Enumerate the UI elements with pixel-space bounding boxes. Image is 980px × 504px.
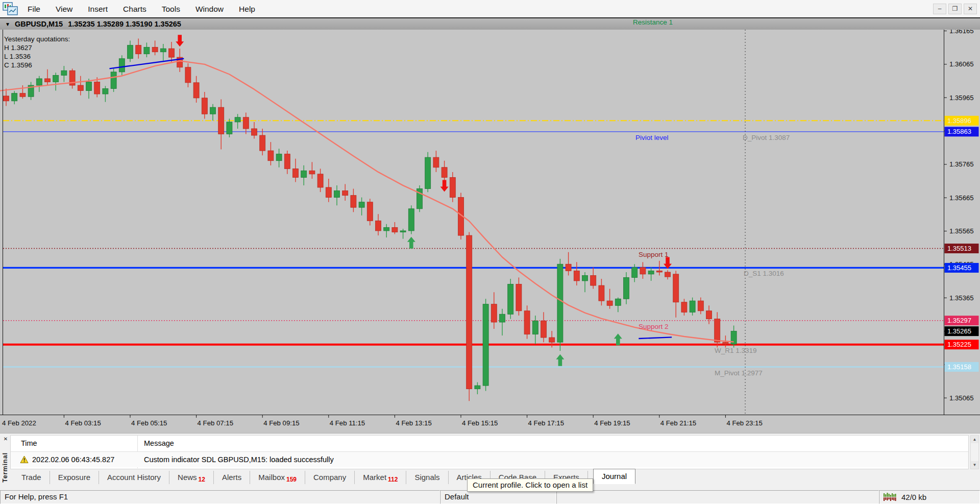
- note-high: H 1.3627: [4, 43, 70, 52]
- price-tick-label: 1.35965: [949, 94, 974, 102]
- price-tag-text: 1.35297: [947, 317, 971, 324]
- price-tag-text: 1.35896: [947, 117, 971, 125]
- chart-label: D_S1 1.3016: [744, 270, 784, 277]
- chart-symbol-period: GBPUSD,M15: [15, 20, 63, 28]
- time-axis: 4 Feb 20224 Feb 03:154 Feb 05:154 Feb 07…: [0, 415, 763, 427]
- ma-red-line: [0, 61, 734, 342]
- menu-window[interactable]: Window: [188, 1, 231, 17]
- menu-items: FileViewInsertChartsToolsWindowHelp: [20, 1, 263, 17]
- buy-arrow-icon: [556, 354, 564, 366]
- price-tag-text: 1.35455: [947, 264, 971, 272]
- traffic-counter: 42/0 kb: [901, 491, 926, 503]
- horizontal-lines: [3, 121, 944, 367]
- menu-tools[interactable]: Tools: [154, 1, 188, 17]
- buy-arrow-icon: [614, 333, 622, 345]
- price-tag-text: 1.35863: [947, 128, 971, 135]
- price-tag-text: 1.35513: [947, 245, 971, 252]
- price-tag-text: 1.35158: [947, 363, 971, 371]
- note-low: L 1.3536: [4, 52, 70, 61]
- price-chart[interactable]: Piviot levelD_Pivot 1.3087Support 1D_S1 …: [0, 30, 980, 433]
- chart-title-bar[interactable]: ▼ GBPUSD,M15 1.35235 1.35289 1.35190 1.3…: [0, 17, 980, 30]
- terminal-close-icon[interactable]: ✕: [2, 436, 9, 443]
- tab-company[interactable]: Company: [305, 471, 355, 484]
- journal-table-header: Time Message: [11, 436, 968, 452]
- journal-table: Time Message 2022.02.06 06:43:45.827 Cus…: [10, 435, 969, 469]
- price-tick-label: 1.36165: [949, 30, 974, 35]
- scroll-down-icon[interactable]: ▼: [971, 461, 978, 469]
- connection-status[interactable]: 42/0 kb: [879, 490, 980, 504]
- time-tick-label: 4 Feb 19:15: [594, 419, 630, 427]
- tab-badge: 159: [286, 476, 297, 483]
- tab-trade[interactable]: Trade: [13, 471, 50, 484]
- chart-label: Support 2: [639, 323, 669, 330]
- time-tick-label: 4 Feb 09:15: [263, 419, 299, 427]
- time-tick-label: 4 Feb 11:15: [330, 419, 365, 427]
- tab-market[interactable]: Market112: [355, 471, 406, 484]
- menu-insert[interactable]: Insert: [80, 1, 115, 17]
- price-tag-text: 1.35225: [947, 341, 971, 348]
- price-tick-label: 1.35365: [949, 294, 974, 302]
- time-tick-label: 4 Feb 07:15: [198, 419, 233, 427]
- price-tick-label: 1.36065: [949, 60, 974, 68]
- scroll-up-icon[interactable]: ▲: [971, 436, 978, 443]
- column-header-time[interactable]: Time: [21, 436, 37, 451]
- price-tick-label: 1.35665: [949, 194, 974, 202]
- tab-mailbox[interactable]: Mailbox159: [250, 471, 305, 484]
- table-row[interactable]: 2022.02.06 06:43:45.827 Custom indicator…: [11, 452, 968, 467]
- chevron-down-icon[interactable]: ▼: [5, 21, 10, 27]
- restore-button[interactable]: ❐: [948, 4, 962, 14]
- time-tick-label: 4 Feb 15:15: [462, 419, 498, 427]
- note-close: C 1.3596: [4, 61, 70, 69]
- tab-exposure[interactable]: Exposure: [50, 471, 99, 484]
- status-empty-cell: [556, 490, 879, 504]
- column-header-message[interactable]: Message: [144, 436, 174, 451]
- sell-arrow-icon: [440, 180, 449, 191]
- menu-bar: FileViewInsertChartsToolsWindowHelp –❐✕: [0, 0, 980, 18]
- chart-label: M_Pivot 1.2977: [715, 369, 763, 377]
- warning-icon: [20, 455, 29, 464]
- resistance-1-label: Resistance 1: [633, 18, 673, 26]
- menu-view[interactable]: View: [48, 1, 80, 17]
- chart-area[interactable]: Piviot levelD_Pivot 1.3087Support 1D_S1 …: [0, 30, 980, 433]
- tab-badge: 112: [388, 476, 398, 483]
- sell-arrow-icon: [176, 35, 184, 46]
- status-bar: For Help, press F1 Default 42/0 kb: [0, 490, 980, 504]
- menu-file[interactable]: File: [20, 1, 48, 17]
- log-timestamp: 2022.02.06 06:43:45.827: [32, 452, 114, 467]
- chart-ohlc-values: 1.35235 1.35289 1.35190 1.35265: [68, 20, 181, 28]
- menu-charts[interactable]: Charts: [115, 1, 154, 17]
- profile-selector[interactable]: Default: [440, 490, 556, 504]
- tab-news[interactable]: News12: [169, 471, 214, 484]
- time-tick-label: 4 Feb 05:15: [131, 419, 167, 427]
- time-tick-label: 4 Feb 03:15: [65, 419, 101, 427]
- price-tick-label: 1.35565: [949, 227, 974, 235]
- terminal-side-tab[interactable]: Terminal: [0, 444, 10, 491]
- buy-arrow-icon: [407, 237, 415, 249]
- tab-alerts[interactable]: Alerts: [214, 471, 250, 484]
- minimize-button[interactable]: –: [933, 4, 946, 14]
- mt4-application-window: FileViewInsertChartsToolsWindowHelp –❐✕ …: [0, 0, 980, 504]
- menu-help[interactable]: Help: [231, 1, 263, 17]
- tab-account-history[interactable]: Account History: [99, 471, 169, 484]
- signal-arrows: [176, 35, 672, 366]
- terminal-scrollbar[interactable]: ▲ ▼: [970, 435, 979, 469]
- time-tick-label: 4 Feb 2022: [2, 419, 36, 427]
- status-help-text: For Help, press F1: [0, 490, 440, 504]
- chart-label: D_Pivot 1.3087: [743, 134, 790, 141]
- time-tick-label: 4 Feb 21:15: [660, 419, 696, 427]
- candles: [4, 39, 737, 401]
- app-logo-icon: [3, 2, 18, 16]
- tab-signals[interactable]: Signals: [406, 471, 448, 484]
- time-tick-label: 4 Feb 13:15: [396, 419, 431, 427]
- tab-journal[interactable]: Journal: [593, 469, 635, 484]
- window-buttons: –❐✕: [933, 4, 977, 14]
- chart-label: W_R1 1.3319: [715, 347, 757, 354]
- note-line: Yesterday quotations:: [4, 35, 70, 43]
- log-message: Custom indicator SDL GBPUSD,M15: loaded …: [144, 452, 334, 467]
- time-tick-label: 4 Feb 17:15: [528, 419, 564, 427]
- chart-label: Piviot level: [635, 134, 669, 141]
- price-tick-label: 1.35065: [949, 394, 974, 402]
- network-traffic-icon: [884, 493, 898, 501]
- profile-tooltip: Current profile. Click to open a list: [467, 478, 593, 492]
- close-button[interactable]: ✕: [964, 4, 977, 14]
